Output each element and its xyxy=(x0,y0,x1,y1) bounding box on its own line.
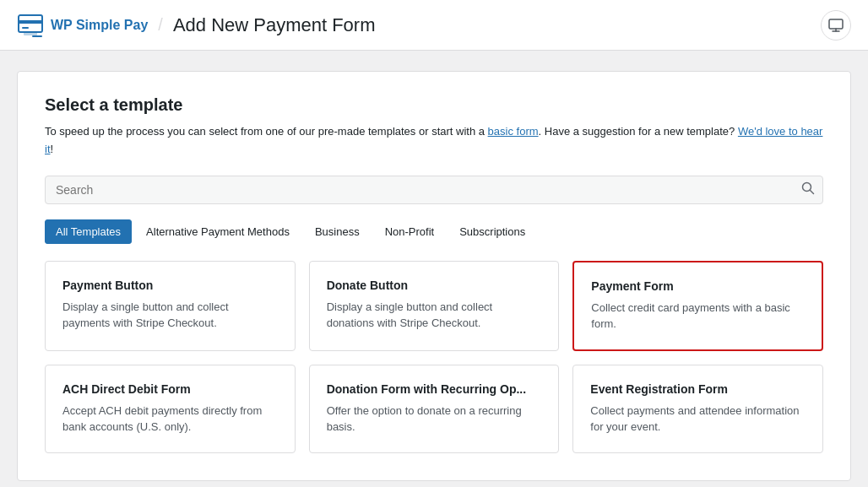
panel-description: To speed up the process you can select f… xyxy=(45,123,823,159)
logo-icon xyxy=(17,14,44,37)
template-card-donate-button[interactable]: Donate Button Display a single button an… xyxy=(309,261,560,351)
monitor-icon xyxy=(828,19,844,32)
template-card-title: ACH Direct Debit Form xyxy=(62,382,278,396)
template-card-title: Event Registration Form xyxy=(590,382,806,396)
tab-non-profit[interactable]: Non-Profit xyxy=(374,219,446,244)
svg-rect-1 xyxy=(19,20,42,24)
breadcrumb-separator: / xyxy=(158,15,163,35)
search-icon xyxy=(801,181,815,198)
panel-title: Select a template xyxy=(45,95,823,115)
template-card-desc: Offer the option to donate on a recurrin… xyxy=(327,403,542,436)
main-content: Select a template To speed up the proces… xyxy=(0,51,868,487)
logo: WP Simple Pay xyxy=(17,14,148,37)
template-card-title: Payment Form xyxy=(591,279,805,293)
tab-alternative-payment[interactable]: Alternative Payment Methods xyxy=(135,219,301,244)
template-card-desc: Accept ACH debit payments directly from … xyxy=(62,403,278,436)
description-mid: . Have a suggestion for a new template? xyxy=(539,125,738,138)
template-panel: Select a template To speed up the proces… xyxy=(17,71,851,481)
svg-rect-5 xyxy=(829,19,843,29)
filter-tabs: All Templates Alternative Payment Method… xyxy=(45,219,823,244)
search-wrapper xyxy=(45,176,823,204)
svg-rect-4 xyxy=(24,32,37,35)
svg-rect-2 xyxy=(22,27,29,29)
template-grid: Payment Button Display a single button a… xyxy=(45,261,823,453)
template-card-desc: Display a single button and collect dona… xyxy=(327,299,542,332)
template-card-payment-button[interactable]: Payment Button Display a single button a… xyxy=(45,261,296,351)
template-card-payment-form[interactable]: Payment Form Collect credit card payment… xyxy=(572,261,823,351)
top-bar: WP Simple Pay / Add New Payment Form xyxy=(0,0,868,51)
svg-rect-3 xyxy=(32,35,42,37)
template-card-donation-recurring[interactable]: Donation Form with Recurring Op... Offer… xyxy=(309,365,560,453)
header-actions xyxy=(821,10,851,41)
tab-subscriptions[interactable]: Subscriptions xyxy=(448,219,536,244)
description-suffix: ! xyxy=(51,143,54,155)
template-card-desc: Collect payments and attendee informatio… xyxy=(590,403,806,436)
tab-all-templates[interactable]: All Templates xyxy=(45,219,132,244)
logo-text: WP Simple Pay xyxy=(51,18,148,33)
monitor-button[interactable] xyxy=(821,10,851,41)
template-card-title: Payment Button xyxy=(62,279,278,292)
svg-line-9 xyxy=(811,190,814,193)
search-input[interactable] xyxy=(45,176,823,204)
template-card-title: Donate Button xyxy=(327,279,542,292)
tab-business[interactable]: Business xyxy=(304,219,371,244)
template-card-ach[interactable]: ACH Direct Debit Form Accept ACH debit p… xyxy=(45,365,296,453)
basic-form-link[interactable]: basic form xyxy=(488,125,539,138)
template-card-desc: Display a single button and collect paym… xyxy=(62,299,278,332)
template-card-desc: Collect credit card payments with a basi… xyxy=(591,300,805,333)
description-prefix: To speed up the process you can select f… xyxy=(45,125,488,138)
template-card-title: Donation Form with Recurring Op... xyxy=(327,382,542,396)
page-title: Add New Payment Form xyxy=(173,14,376,36)
template-card-event-registration[interactable]: Event Registration Form Collect payments… xyxy=(572,365,823,453)
